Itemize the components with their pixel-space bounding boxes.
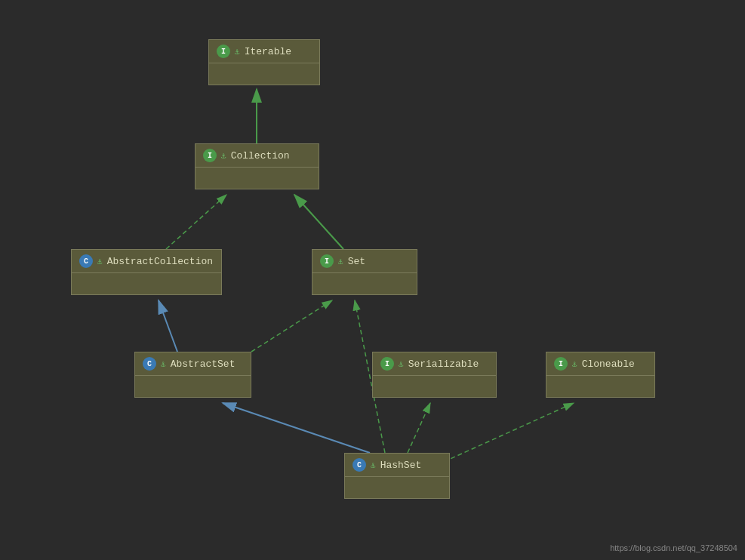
cloneable-icon: I [554, 357, 568, 371]
abstractcollection-name: AbstractCollection [107, 256, 213, 267]
hashset-anchor-icon: ⚓ [371, 460, 376, 470]
collection-anchor-icon: ⚓ [221, 151, 226, 161]
svg-line-7 [223, 403, 370, 453]
abstractcollection-body [72, 273, 221, 294]
watermark: https://blog.csdn.net/qq_37248504 [610, 543, 737, 552]
set-icon: I [320, 254, 334, 268]
serializable-name: Serializable [408, 358, 479, 370]
cloneable-header: I ⚓ Cloneable [546, 352, 654, 376]
svg-line-9 [408, 403, 430, 453]
abstractcollection-box[interactable]: C ⚓ AbstractCollection [71, 249, 222, 295]
iterable-box[interactable]: I ⚓ Iterable [208, 39, 320, 85]
hashset-name: HashSet [380, 460, 422, 471]
hashset-header: C ⚓ HashSet [345, 454, 449, 477]
serializable-icon: I [380, 357, 394, 371]
set-anchor-icon: ⚓ [338, 257, 343, 266]
cloneable-box[interactable]: I ⚓ Cloneable [546, 352, 655, 398]
svg-line-6 [251, 300, 332, 352]
abstractset-name: AbstractSet [171, 358, 236, 370]
serializable-body [373, 376, 496, 397]
abstractset-icon: C [143, 357, 156, 371]
collection-box[interactable]: I ⚓ Collection [195, 143, 319, 189]
hashset-box[interactable]: C ⚓ HashSet [344, 453, 450, 499]
iterable-header: I ⚓ Iterable [209, 40, 319, 63]
abstractcollection-header: C ⚓ AbstractCollection [72, 250, 221, 273]
svg-line-5 [159, 300, 177, 352]
iterable-body [209, 63, 319, 85]
abstractset-body [135, 376, 251, 397]
cloneable-name: Cloneable [582, 358, 635, 370]
hashset-icon: C [352, 458, 366, 472]
svg-line-4 [294, 195, 343, 249]
collection-body [195, 168, 319, 189]
cloneable-anchor-icon: ⚓ [572, 359, 577, 369]
serializable-anchor-icon: ⚓ [399, 359, 404, 369]
hashset-body [345, 477, 449, 498]
iterable-icon: I [217, 45, 230, 58]
collection-name: Collection [231, 150, 290, 162]
abstractcollection-icon: C [79, 254, 93, 268]
svg-line-3 [166, 195, 226, 249]
abstractset-header: C ⚓ AbstractSet [135, 352, 251, 376]
serializable-box[interactable]: I ⚓ Serializable [372, 352, 497, 398]
iterable-name: Iterable [245, 46, 291, 57]
svg-line-10 [430, 403, 574, 468]
collection-icon: I [203, 149, 217, 162]
iterable-anchor-icon: ⚓ [235, 47, 240, 57]
abstractset-anchor-icon: ⚓ [161, 359, 166, 369]
cloneable-body [546, 376, 654, 397]
serializable-header: I ⚓ Serializable [373, 352, 496, 376]
collection-header: I ⚓ Collection [195, 144, 319, 168]
abstractset-box[interactable]: C ⚓ AbstractSet [134, 352, 251, 398]
set-body [312, 273, 417, 294]
set-name: Set [348, 256, 365, 267]
abstractcollection-anchor-icon: ⚓ [97, 257, 103, 266]
set-box[interactable]: I ⚓ Set [312, 249, 417, 295]
diagram-container: I ⚓ Iterable I ⚓ Collection C ⚓ Abstract… [0, 0, 745, 560]
set-header: I ⚓ Set [312, 250, 417, 273]
